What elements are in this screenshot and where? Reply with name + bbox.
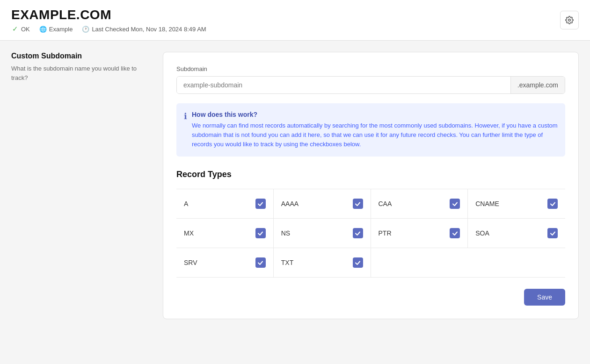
record-cell: CNAME bbox=[468, 189, 565, 219]
checkbox-checked[interactable] bbox=[450, 228, 460, 238]
last-checked-meta: 🕐 Last Checked Mon, Nov 18, 2024 8:49 AM bbox=[82, 25, 206, 33]
checkbox-checked[interactable] bbox=[547, 199, 558, 209]
subdomain-input[interactable] bbox=[177, 77, 510, 93]
main-card: Subdomain .example.com ℹ How does this w… bbox=[163, 52, 579, 319]
globe-label: Example bbox=[49, 26, 73, 33]
record-types-title: Record Types bbox=[176, 170, 565, 179]
page-title: EXAMPLE.COM bbox=[11, 7, 206, 22]
record-cell: AAAA bbox=[274, 189, 371, 219]
record-label: SOA bbox=[475, 229, 489, 237]
record-label: NS bbox=[281, 229, 290, 237]
subdomain-label: Subdomain bbox=[176, 65, 565, 72]
svg-point-0 bbox=[568, 19, 571, 21]
gear-icon bbox=[565, 16, 574, 24]
checkbox-checked[interactable] bbox=[547, 228, 558, 238]
record-label: TXT bbox=[281, 259, 293, 266]
clock-icon: 🕐 bbox=[82, 25, 89, 33]
ok-label: OK bbox=[21, 26, 30, 33]
record-cell: TXT bbox=[274, 248, 371, 278]
record-label: CNAME bbox=[475, 200, 499, 207]
record-cell: SRV bbox=[176, 248, 274, 278]
record-label: SRV bbox=[184, 259, 197, 266]
record-cell-empty bbox=[371, 248, 468, 278]
record-label: A bbox=[184, 200, 188, 207]
checkbox-checked[interactable] bbox=[450, 199, 460, 209]
sidebar: Custom Subdomain What is the subdomain n… bbox=[11, 52, 152, 319]
checkbox-checked[interactable] bbox=[255, 257, 266, 268]
sidebar-description: What is the subdomain name you would lik… bbox=[11, 64, 152, 82]
ok-icon: ✓ bbox=[11, 25, 19, 33]
checkbox-checked[interactable] bbox=[255, 199, 266, 209]
record-cell: PTR bbox=[371, 219, 468, 248]
record-label: MX bbox=[184, 229, 194, 237]
subdomain-suffix: .example.com bbox=[510, 77, 565, 93]
info-title: How does this work? bbox=[192, 111, 558, 118]
header-left: EXAMPLE.COM ✓ OK 🌐 Example 🕐 Last Checke… bbox=[11, 7, 206, 33]
record-cell: CAA bbox=[371, 189, 468, 219]
checkbox-checked[interactable] bbox=[255, 228, 266, 238]
checkbox-checked[interactable] bbox=[353, 228, 363, 238]
status-ok: ✓ OK bbox=[11, 25, 30, 33]
header-meta: ✓ OK 🌐 Example 🕐 Last Checked Mon, Nov 1… bbox=[11, 25, 206, 33]
save-row: Save bbox=[176, 289, 565, 306]
header: EXAMPLE.COM ✓ OK 🌐 Example 🕐 Last Checke… bbox=[0, 0, 590, 41]
record-label: AAAA bbox=[281, 200, 299, 207]
globe-icon: 🌐 bbox=[39, 25, 47, 33]
checkbox-checked[interactable] bbox=[353, 199, 363, 209]
save-button[interactable]: Save bbox=[524, 289, 565, 306]
subdomain-row: .example.com bbox=[176, 76, 565, 94]
record-cell: SOA bbox=[468, 219, 565, 248]
settings-button[interactable] bbox=[560, 11, 579, 29]
record-cell: MX bbox=[176, 219, 274, 248]
checkbox-checked[interactable] bbox=[353, 257, 363, 268]
record-cell: NS bbox=[274, 219, 371, 248]
sidebar-title: Custom Subdomain bbox=[11, 52, 152, 60]
record-cell-empty bbox=[468, 248, 565, 278]
info-text: We normally can find most records automa… bbox=[192, 121, 558, 149]
record-label: CAA bbox=[379, 200, 392, 207]
record-types-grid: A AAAA CAA CNAME MX NS PTR SOA SRV TXT bbox=[176, 189, 565, 278]
info-content: How does this work? We normally can find… bbox=[192, 111, 558, 149]
info-box: ℹ How does this work? We normally can fi… bbox=[176, 103, 565, 157]
record-label: PTR bbox=[379, 229, 392, 237]
info-icon: ℹ bbox=[184, 111, 187, 149]
globe-meta: 🌐 Example bbox=[39, 25, 73, 33]
record-cell: A bbox=[176, 189, 274, 219]
last-checked-label: Last Checked Mon, Nov 18, 2024 8:49 AM bbox=[92, 26, 206, 33]
main-content: Custom Subdomain What is the subdomain n… bbox=[0, 41, 590, 330]
